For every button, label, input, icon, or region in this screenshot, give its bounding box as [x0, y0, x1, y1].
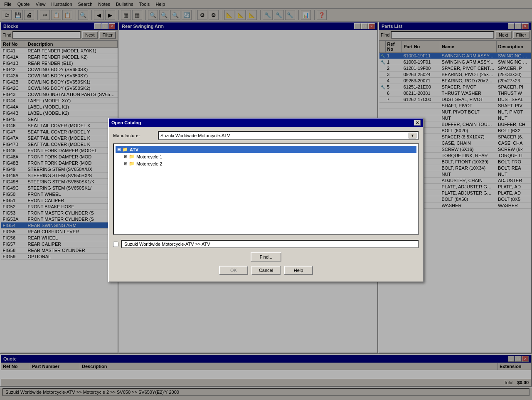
tree-expand-icon: ⊞	[117, 147, 121, 152]
tree-expand-icon2: ⊞	[124, 154, 127, 159]
tree-item-atv-label: ATV	[130, 147, 138, 152]
dialog-ok-button[interactable]: OK	[219, 266, 248, 275]
tree-item-motorcycle2[interactable]: ⊞ 📁 Motorcycle 2	[116, 160, 416, 167]
tree-folder-icon2: 📁	[129, 154, 135, 159]
dialog-body: Manufacturer Suzuki Worldwide Motorcycle…	[109, 127, 423, 281]
dialog-cancel-button[interactable]: Cancel	[251, 266, 281, 275]
tree-item-mc1-label: Motorcycle 1	[136, 154, 162, 159]
manufacturer-row: Manufacturer Suzuki Worldwide Motorcycle…	[113, 131, 419, 140]
open-catalog-dialog: Open Catalog ✕ Manufacturer Suzuki World…	[108, 118, 424, 282]
tree-item-motorcycle1[interactable]: ⊞ 📁 Motorcycle 1	[116, 153, 416, 160]
dialog-close-button[interactable]: ✕	[414, 120, 421, 126]
path-bar: Suzuki Worldwide Motorcycle-ATV >> ATV	[121, 240, 419, 248]
tree-item-mc2-label: Motorcycle 2	[136, 161, 162, 166]
manufacturer-dropdown[interactable]: Suzuki Worldwide Motorcycle-ATV ▼	[158, 131, 419, 140]
catalog-tree[interactable]: ⊞ 📁 ATV ⊞ 📁 Motorcycle 1 ⊞ 📁 Motorcycle …	[113, 143, 419, 235]
tree-item-atv[interactable]: ⊞ 📁 ATV	[116, 146, 416, 153]
dialog-find-button[interactable]: Find...	[251, 252, 282, 262]
dialog-path-row: Suzuki Worldwide Motorcycle-ATV >> ATV	[113, 237, 419, 251]
dialog-find-row: Find...	[113, 252, 419, 262]
dialog-help-button[interactable]: Help	[284, 266, 313, 275]
dialog-buttons: OK Cancel Help	[113, 263, 419, 277]
tree-folder-icon: 📁	[122, 147, 128, 152]
tree-folder-icon3: 📁	[129, 161, 135, 166]
manufacturer-label: Manufacturer	[113, 133, 155, 138]
overlay: Open Catalog ✕ Manufacturer Suzuki World…	[0, 0, 532, 400]
manufacturer-value: Suzuki Worldwide Motorcycle-ATV	[160, 133, 230, 138]
dialog-title-text: Open Catalog	[111, 120, 141, 125]
tree-expand-icon3: ⊞	[124, 161, 127, 166]
manufacturer-dropdown-arrow: ▼	[409, 133, 416, 138]
path-checkbox[interactable]	[113, 242, 118, 247]
dialog-title: Open Catalog ✕	[109, 119, 423, 127]
